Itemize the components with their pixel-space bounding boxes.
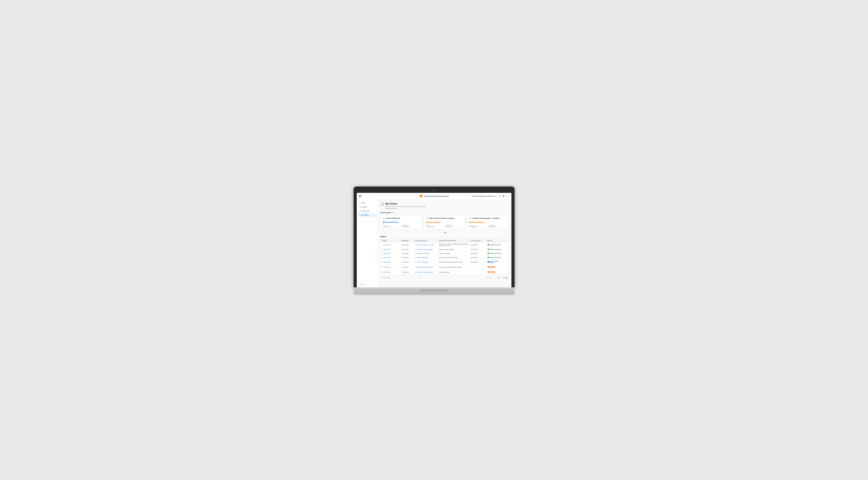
row-collection-3[interactable]: 🛒 Online Sales Data [415, 257, 438, 258]
pagination-next-button[interactable]: › [493, 276, 496, 279]
help-header-icon[interactable]: ? [506, 194, 509, 198]
recent-card-1[interactable]: 🛒 Sales & Returns Data for Analysis PEND… [424, 215, 465, 230]
card-title-0: In-Store Sales Data [386, 217, 400, 219]
main-layout: ⌂ Home 🔍 Search 🔍 Data I Use [357, 200, 512, 287]
card-order-value-2: ⟳ Order-ea30 [469, 226, 487, 228]
search-header-icon[interactable]: 🔍 [498, 194, 501, 198]
page-title: My Orders [385, 202, 431, 205]
rows-per-page-control: Rows: 10 25 50 [497, 276, 508, 279]
table-row: ⟳ Order-3a4b 16 Sep 2021 🛒 Online Sales … [381, 256, 508, 260]
row-collection-0[interactable]: 🛒 Customer Insights for Predic... [415, 244, 438, 246]
pagination-controls: ‹ of 1 › [481, 276, 496, 279]
page-number-input[interactable] [485, 276, 489, 279]
card-ordered-value-2: 16 Sep 2021 [489, 226, 507, 228]
pagination-bar: 1 - 7 of 7 orders ‹ of 1 › Rows: [380, 276, 508, 279]
carousel-dot-0[interactable] [443, 232, 444, 233]
row-order-5[interactable]: ⟳ Order-e1dc [382, 266, 400, 268]
th-data-collection-label: DATA COLLECTION [415, 240, 427, 241]
status-dot-6 [488, 271, 489, 273]
sort-ordered-icon: ⇅ [408, 240, 409, 241]
sidebar-item-label: My Orders [361, 214, 369, 216]
card-badge-2: PENDING APPROVAL [469, 221, 485, 223]
card-order-value-1: ⟳ Order-e1dc [426, 226, 444, 228]
card-ordered-label-0: ORDERED [402, 225, 420, 226]
grid-icon[interactable] [359, 195, 361, 198]
row-order-6[interactable]: ⟳ Order-ea30 [382, 271, 400, 273]
row-order-3[interactable]: ⟳ Order-3a4b [382, 257, 400, 258]
row-status-1: ORDER FULFILLED [487, 248, 502, 250]
laptop-shell: Informatica Data Marketplace mmodi-qasta… [353, 186, 515, 294]
status-badge-0: ORDER FULFILLED [487, 244, 502, 246]
sidebar-collapse-button[interactable]: ‹ Collapse [357, 283, 378, 286]
status-dot-5 [488, 266, 489, 268]
row-collection-5[interactable]: 🛒 Sales & Returns Data for An... [415, 266, 438, 268]
table-row: ⟳ Order--4c9d 16 Sep 2021 🛒 In-Store Sal… [381, 260, 508, 265]
recent-card-2[interactable]: 🛒 Customer Demographics - Sensitive PEND… [467, 215, 508, 230]
sidebar-item-my-orders[interactable]: ≡ My Orders [358, 213, 377, 217]
sidebar-item-home[interactable]: ⌂ Home [358, 201, 377, 205]
page-subtitle: View the orders and status of data colle… [385, 206, 431, 209]
row-collection-1[interactable]: 🛒 Customer Churn Prediction ... [415, 249, 438, 250]
th-order: ORDER [382, 240, 400, 241]
row-status-5: PENDING APPROVAL [487, 266, 502, 269]
user-header-icon[interactable]: 👤 [502, 194, 505, 198]
sidebar-item-search[interactable]: 🔍 Search [358, 205, 377, 209]
table-row: ⟳ Order-e1dc 16 Sep 2021 🛒 Sales & Retur… [381, 265, 508, 270]
laptop-camera [433, 190, 435, 191]
th-last-updated[interactable]: LAST UPDATED ⇅ [470, 240, 486, 241]
rows-per-page-select[interactable]: 10 25 50 [502, 276, 508, 279]
table-row: ⟳ Order-ea30 16 Sep 2021 🛒 Customer Demo… [381, 270, 508, 275]
card-ordered-value-1: 16 Sep 2021 [445, 226, 463, 228]
card-header-2: 🛒 Customer Demographics - Sensitive [469, 217, 506, 219]
recent-orders-info-icon[interactable]: i [392, 212, 394, 214]
card-title-1: Sales & Returns Data for Analysis [429, 217, 454, 219]
header-user[interactable]: mmodi-qastaging-fromselfservice ▾ [472, 195, 496, 197]
th-status[interactable]: STATUS ⇅ [487, 240, 502, 241]
order-icon-row-4: ⟳ [382, 261, 383, 263]
laptop-bottom [353, 287, 515, 291]
th-justification[interactable]: BUSINESS JUSTIFICATION ⇅ [439, 240, 469, 241]
order-icon-row-5: ⟳ [382, 266, 383, 268]
row-order-1[interactable]: ⟳ Order-87bb [382, 249, 400, 250]
collection-icon-4: 🛒 [415, 261, 416, 263]
th-justification-label: BUSINESS JUSTIFICATION [439, 240, 456, 241]
row-status-6: PENDING APPROVAL [487, 271, 502, 274]
row-order-2[interactable]: ⟳ Order-5cc8 [382, 253, 400, 254]
pagination-prev-button[interactable]: ‹ [481, 276, 484, 279]
order-icon-row-3: ⟳ [382, 257, 383, 258]
carousel-dots [380, 232, 508, 233]
badge-text-2: PENDING APPROVAL [471, 222, 484, 223]
row-ordered-0: 16 Sep 2021 [402, 244, 414, 246]
carousel-dot-1[interactable] [445, 232, 446, 233]
th-ordered[interactable]: ORDERED ⇅ [402, 240, 414, 241]
order-icon-row-1: ⟳ [382, 249, 383, 250]
row-updated-2: 16 Sep 2021 [470, 253, 486, 254]
row-order-0[interactable]: ⟳ Order-c46c [382, 244, 400, 246]
collection-icon-5: 🛒 [415, 266, 416, 268]
collection-icon-2: 🛒 [415, 253, 416, 254]
collection-icon-1: 🛒 [415, 249, 416, 250]
main-content: 📋 My Orders View the orders and status o… [378, 200, 512, 287]
my-orders-icon: ≡ [359, 214, 360, 216]
row-collection-2[interactable]: 🛒 Customer 360 Profile [415, 253, 438, 254]
card-order-label-2: ORDER [469, 225, 487, 226]
row-order-4[interactable]: ⟳ Order--4c9d [382, 261, 400, 263]
recent-card-0[interactable]: 🛒 In-Store Sales Data FULFILLMENT STAGE [380, 215, 422, 230]
badge-text-1: PENDING APPROVAL [428, 222, 441, 223]
card-ordered-label-1: ORDERED [445, 225, 463, 226]
sidebar-item-data-i-use[interactable]: 🔍 Data I Use [358, 209, 377, 213]
badge-text-0: FULFILLMENT STAGE [385, 222, 398, 223]
status-badge-2: ORDER FULFILLED [487, 252, 502, 254]
data-i-use-icon: 🔍 [359, 210, 361, 212]
th-status-label: STATUS [487, 240, 492, 241]
row-collection-4[interactable]: 🛒 In-Store Sales Data [415, 261, 438, 263]
collapse-label: Collapse [360, 284, 365, 285]
order-icon-row-0: ⟳ [382, 244, 383, 246]
collection-icon-3: 🛒 [415, 257, 416, 258]
th-data-collection: DATA COLLECTION [415, 240, 438, 241]
card-badge-1: PENDING APPROVAL [426, 221, 442, 223]
order-icon-0: ⟳ [382, 226, 383, 228]
status-dot-1 [488, 249, 489, 250]
row-collection-6[interactable]: 🛒 Customer Demographics - S... [415, 271, 438, 273]
recent-cards-container: 🛒 In-Store Sales Data FULFILLMENT STAGE [380, 215, 508, 230]
